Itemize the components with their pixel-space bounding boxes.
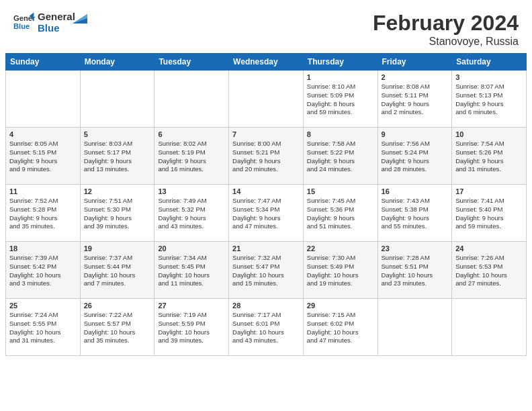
calendar-cell: 12Sunrise: 7:51 AM Sunset: 5:30 PM Dayli…: [80, 185, 154, 242]
calendar-cell: 26Sunrise: 7:22 AM Sunset: 5:57 PM Dayli…: [80, 299, 154, 356]
day-number: 4: [9, 130, 77, 138]
day-number: 11: [9, 187, 77, 195]
calendar-cell: 18Sunrise: 7:39 AM Sunset: 5:42 PM Dayli…: [6, 242, 81, 299]
day-number: 24: [455, 244, 523, 253]
day-number: 25: [9, 302, 77, 310]
day-number: 27: [158, 302, 225, 310]
header-cell-friday: Friday: [378, 54, 452, 71]
day-number: 9: [382, 130, 449, 138]
calendar-cell: 11Sunrise: 7:52 AM Sunset: 5:28 PM Dayli…: [6, 185, 81, 242]
logo-icon: General Blue: [13, 11, 35, 33]
cell-content: Sunrise: 7:49 AM Sunset: 5:32 PM Dayligh…: [158, 197, 225, 231]
day-number: 8: [307, 130, 374, 138]
calendar-cell: 27Sunrise: 7:19 AM Sunset: 5:59 PM Dayli…: [154, 299, 229, 356]
calendar-row: 4Sunrise: 8:05 AM Sunset: 5:15 PM Daylig…: [6, 128, 527, 185]
location-subtitle: Stanovoye, Russia: [373, 36, 519, 48]
cell-content: Sunrise: 7:15 AM Sunset: 6:02 PM Dayligh…: [307, 311, 374, 345]
day-number: 1: [307, 73, 374, 81]
calendar-cell: 13Sunrise: 7:49 AM Sunset: 5:32 PM Dayli…: [154, 185, 229, 242]
cell-content: Sunrise: 8:03 AM Sunset: 5:17 PM Dayligh…: [84, 140, 151, 174]
calendar-cell: 20Sunrise: 7:34 AM Sunset: 5:45 PM Dayli…: [154, 242, 229, 299]
cell-content: Sunrise: 7:56 AM Sunset: 5:24 PM Dayligh…: [382, 140, 449, 174]
cell-content: Sunrise: 7:37 AM Sunset: 5:44 PM Dayligh…: [84, 254, 151, 288]
calendar-cell: 15Sunrise: 7:45 AM Sunset: 5:36 PM Dayli…: [303, 185, 378, 242]
calendar-cell: 28Sunrise: 7:17 AM Sunset: 6:01 PM Dayli…: [229, 299, 304, 356]
cell-content: Sunrise: 7:39 AM Sunset: 5:42 PM Dayligh…: [9, 254, 77, 288]
logo-blue: Blue: [38, 22, 75, 34]
header-cell-wednesday: Wednesday: [229, 54, 304, 71]
cell-content: Sunrise: 7:41 AM Sunset: 5:40 PM Dayligh…: [455, 197, 523, 231]
day-number: 19: [84, 244, 151, 253]
calendar-body: 1Sunrise: 8:10 AM Sunset: 5:09 PM Daylig…: [6, 71, 527, 356]
header-row: SundayMondayTuesdayWednesdayThursdayFrid…: [6, 54, 527, 71]
calendar-cell: 14Sunrise: 7:47 AM Sunset: 5:34 PM Dayli…: [229, 185, 304, 242]
day-number: 26: [84, 302, 151, 310]
page-header: General Blue General Blue February 2024 …: [0, 0, 532, 53]
day-number: 20: [158, 244, 225, 253]
cell-content: Sunrise: 7:28 AM Sunset: 5:51 PM Dayligh…: [382, 254, 449, 288]
header-cell-sunday: Sunday: [6, 54, 81, 71]
cell-content: Sunrise: 7:24 AM Sunset: 5:55 PM Dayligh…: [9, 311, 77, 345]
cell-content: Sunrise: 7:32 AM Sunset: 5:47 PM Dayligh…: [232, 254, 300, 288]
calendar-row: 25Sunrise: 7:24 AM Sunset: 5:55 PM Dayli…: [6, 299, 527, 356]
cell-content: Sunrise: 7:22 AM Sunset: 5:57 PM Dayligh…: [84, 311, 151, 345]
cell-content: Sunrise: 7:34 AM Sunset: 5:45 PM Dayligh…: [158, 254, 225, 288]
calendar-cell: 16Sunrise: 7:43 AM Sunset: 5:38 PM Dayli…: [378, 185, 452, 242]
svg-text:Blue: Blue: [13, 22, 30, 30]
day-number: 23: [382, 244, 449, 253]
cell-content: Sunrise: 7:52 AM Sunset: 5:28 PM Dayligh…: [9, 197, 77, 231]
calendar-cell: 8Sunrise: 7:58 AM Sunset: 5:22 PM Daylig…: [303, 128, 378, 185]
calendar-cell: 21Sunrise: 7:32 AM Sunset: 5:47 PM Dayli…: [229, 242, 304, 299]
logo-bird-icon: [73, 11, 87, 24]
cell-content: Sunrise: 8:10 AM Sunset: 5:09 PM Dayligh…: [307, 83, 374, 117]
calendar-row: 1Sunrise: 8:10 AM Sunset: 5:09 PM Daylig…: [6, 71, 527, 128]
calendar-cell: 22Sunrise: 7:30 AM Sunset: 5:49 PM Dayli…: [303, 242, 378, 299]
logo-general: General: [38, 11, 75, 22]
calendar-cell: 10Sunrise: 7:54 AM Sunset: 5:26 PM Dayli…: [452, 128, 527, 185]
day-number: 17: [455, 187, 523, 195]
cell-content: Sunrise: 8:07 AM Sunset: 5:13 PM Dayligh…: [455, 83, 523, 117]
day-number: 22: [307, 244, 374, 253]
cell-content: Sunrise: 7:26 AM Sunset: 5:53 PM Dayligh…: [455, 254, 523, 288]
calendar-cell: [6, 71, 81, 128]
cell-content: Sunrise: 7:54 AM Sunset: 5:26 PM Dayligh…: [455, 140, 523, 174]
cell-content: Sunrise: 8:02 AM Sunset: 5:19 PM Dayligh…: [158, 140, 225, 174]
day-number: 2: [382, 73, 449, 81]
calendar-cell: 7Sunrise: 8:00 AM Sunset: 5:21 PM Daylig…: [229, 128, 304, 185]
cell-content: Sunrise: 7:58 AM Sunset: 5:22 PM Dayligh…: [307, 140, 374, 174]
header-cell-tuesday: Tuesday: [154, 54, 229, 71]
cell-content: Sunrise: 8:05 AM Sunset: 5:15 PM Dayligh…: [9, 140, 77, 174]
header-cell-monday: Monday: [80, 54, 154, 71]
calendar-cell: 6Sunrise: 8:02 AM Sunset: 5:19 PM Daylig…: [154, 128, 229, 185]
day-number: 15: [307, 187, 374, 195]
calendar-cell: [452, 299, 527, 356]
calendar-cell: [80, 71, 154, 128]
calendar-cell: 29Sunrise: 7:15 AM Sunset: 6:02 PM Dayli…: [303, 299, 378, 356]
calendar-cell: 25Sunrise: 7:24 AM Sunset: 5:55 PM Dayli…: [6, 299, 81, 356]
calendar-cell: 5Sunrise: 8:03 AM Sunset: 5:17 PM Daylig…: [80, 128, 154, 185]
day-number: 3: [455, 73, 523, 81]
calendar-row: 18Sunrise: 7:39 AM Sunset: 5:42 PM Dayli…: [6, 242, 527, 299]
cell-content: Sunrise: 8:08 AM Sunset: 5:11 PM Dayligh…: [382, 83, 449, 117]
calendar-wrapper: SundayMondayTuesdayWednesdayThursdayFrid…: [0, 53, 532, 361]
calendar-cell: [229, 71, 304, 128]
day-number: 16: [382, 187, 449, 195]
calendar-table: SundayMondayTuesdayWednesdayThursdayFrid…: [5, 53, 527, 356]
day-number: 29: [307, 302, 374, 310]
cell-content: Sunrise: 7:43 AM Sunset: 5:38 PM Dayligh…: [382, 197, 449, 231]
calendar-row: 11Sunrise: 7:52 AM Sunset: 5:28 PM Dayli…: [6, 185, 527, 242]
calendar-cell: 24Sunrise: 7:26 AM Sunset: 5:53 PM Dayli…: [452, 242, 527, 299]
day-number: 13: [158, 187, 225, 195]
day-number: 21: [232, 244, 300, 253]
cell-content: Sunrise: 7:51 AM Sunset: 5:30 PM Dayligh…: [84, 197, 151, 231]
day-number: 6: [158, 130, 225, 138]
calendar-cell: 17Sunrise: 7:41 AM Sunset: 5:40 PM Dayli…: [452, 185, 527, 242]
logo: General Blue General Blue: [13, 11, 87, 34]
calendar-cell: [154, 71, 229, 128]
day-number: 7: [232, 130, 300, 138]
cell-content: Sunrise: 7:19 AM Sunset: 5:59 PM Dayligh…: [158, 311, 225, 345]
day-number: 18: [9, 244, 77, 253]
cell-content: Sunrise: 8:00 AM Sunset: 5:21 PM Dayligh…: [232, 140, 300, 174]
calendar-cell: 1Sunrise: 8:10 AM Sunset: 5:09 PM Daylig…: [303, 71, 378, 128]
calendar-cell: 4Sunrise: 8:05 AM Sunset: 5:15 PM Daylig…: [6, 128, 81, 185]
